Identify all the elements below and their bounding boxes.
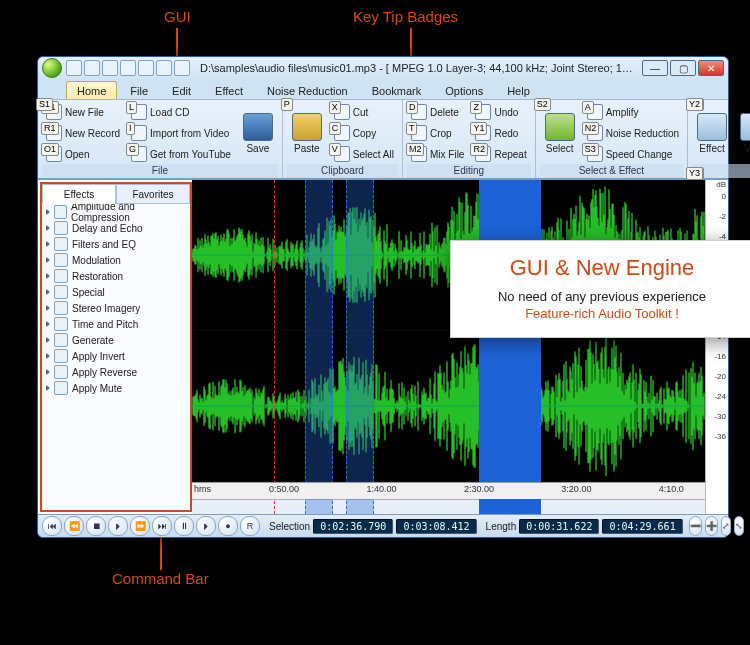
ribbon-tabstrip: HomeFileEditEffectNoise ReductionBookmar… xyxy=(38,79,728,99)
ribbon-tab-bookmark[interactable]: Bookmark xyxy=(361,81,433,99)
close-button[interactable]: ✕ xyxy=(698,60,724,76)
load-cd-button[interactable]: LLoad CD xyxy=(127,102,235,122)
sidebar-tab-favorites[interactable]: Favorites xyxy=(116,184,190,204)
select-button[interactable]: S2 Select xyxy=(540,102,580,164)
effect-item[interactable]: Restoration xyxy=(42,268,190,284)
effect-item[interactable]: Amplitude and Compression xyxy=(42,204,190,220)
copy-button[interactable]: CCopy xyxy=(330,123,398,143)
speed-change-button[interactable]: S3Speed Change xyxy=(583,144,683,164)
delete-button[interactable]: DDelete xyxy=(407,102,468,122)
transport-button[interactable]: ⏵ xyxy=(196,516,216,536)
effect-item[interactable]: Time and Pitch xyxy=(42,316,190,332)
zoom-fit-button[interactable]: ⤢ xyxy=(721,516,731,536)
time-tick: 1:40.00 xyxy=(366,484,396,494)
transport-button[interactable]: ⏸ xyxy=(174,516,194,536)
effect-icon xyxy=(54,205,67,219)
transport-button[interactable]: ⏮ xyxy=(42,516,62,536)
ribbon-tab-effect[interactable]: Effect xyxy=(204,81,254,99)
noise-reduction-button[interactable]: N2Noise Reduction xyxy=(583,123,683,143)
expand-icon xyxy=(46,369,50,375)
effects-list[interactable]: Amplitude and CompressionDelay and EchoF… xyxy=(42,204,190,510)
effect-label: Modulation xyxy=(72,255,121,266)
horizontal-scrollbar[interactable] xyxy=(192,499,705,514)
ribbon-tab-file[interactable]: File xyxy=(119,81,159,99)
effect-icon xyxy=(697,113,727,141)
zoom-in-button[interactable]: ➕ xyxy=(705,516,718,536)
qat-btn[interactable] xyxy=(66,60,82,76)
ribbon-tab-noise-reduction[interactable]: Noise Reduction xyxy=(256,81,359,99)
transport-button[interactable]: ⏩ xyxy=(130,516,150,536)
transport-button[interactable]: ⏭ xyxy=(152,516,172,536)
effect-item[interactable]: Filters and EQ xyxy=(42,236,190,252)
redo-button[interactable]: Y1Redo xyxy=(471,123,530,143)
app-orb-icon[interactable] xyxy=(42,58,62,78)
selection-region-solid[interactable] xyxy=(479,180,541,514)
amplify-button[interactable]: AAmplify xyxy=(583,102,683,122)
selection-region[interactable] xyxy=(305,180,333,514)
qat-btn[interactable] xyxy=(84,60,100,76)
waveform-track-right[interactable] xyxy=(192,331,705,482)
button-label: View xyxy=(744,143,750,154)
effect-item[interactable]: Apply Mute xyxy=(42,380,190,396)
transport-button[interactable]: ⏹ xyxy=(86,516,106,536)
annotation-cmdbar: Command Bar xyxy=(112,570,209,587)
select-all-button[interactable]: VSelect All xyxy=(330,144,398,164)
mix-file-button[interactable]: M2Mix File xyxy=(407,144,468,164)
effect-icon xyxy=(54,301,68,315)
effect-item[interactable]: Modulation xyxy=(42,252,190,268)
effect-item[interactable]: Special xyxy=(42,284,190,300)
new-record-button[interactable]: R1New Record xyxy=(42,123,124,143)
qat-btn[interactable] xyxy=(138,60,154,76)
effect-item[interactable]: Generate xyxy=(42,332,190,348)
effect-label: Generate xyxy=(72,335,114,346)
selection-region[interactable] xyxy=(346,180,374,514)
effect-item[interactable]: Stereo Imagery xyxy=(42,300,190,316)
ribbon-tab-help[interactable]: Help xyxy=(496,81,541,99)
qat-btn[interactable] xyxy=(102,60,118,76)
effect-icon xyxy=(54,333,68,347)
titlebar: D:\samples\audio files\music01.mp3 - [ M… xyxy=(38,57,728,79)
effect-item[interactable]: Apply Invert xyxy=(42,348,190,364)
zoom-out-button[interactable]: ➖ xyxy=(689,516,702,536)
maximize-button[interactable]: ▢ xyxy=(670,60,696,76)
overlay-title: GUI & New Engine xyxy=(467,255,737,281)
playhead-cursor[interactable] xyxy=(274,180,275,514)
qat-btn[interactable] xyxy=(174,60,190,76)
db-tick: -20 xyxy=(714,372,726,381)
get-from-youtube-button[interactable]: GGet from YouTube xyxy=(127,144,235,164)
crop-button[interactable]: TCrop xyxy=(407,123,468,143)
qat-btn[interactable] xyxy=(156,60,172,76)
keytip: G xyxy=(126,143,139,156)
effect-label: Filters and EQ xyxy=(72,239,136,250)
ribbon-tab-home[interactable]: Home xyxy=(66,81,117,99)
transport-button[interactable]: R xyxy=(240,516,260,536)
effect-item[interactable]: Apply Reverse xyxy=(42,364,190,380)
ribbon: N1New FileR1New RecordO1Open LLoad CDIIm… xyxy=(38,99,728,179)
time-tick: 2:30.00 xyxy=(464,484,494,494)
import-from-video-button[interactable]: IImport from Video xyxy=(127,123,235,143)
waveform-area[interactable]: hms0:50.001:40.002:30.003:20.004:10.0 xyxy=(192,180,705,514)
new-file-button[interactable]: N1New File xyxy=(42,102,124,122)
expand-icon xyxy=(46,273,50,279)
selection-from: 0:02:36.790 xyxy=(313,519,393,534)
qat-btn[interactable] xyxy=(120,60,136,76)
open-button[interactable]: O1Open xyxy=(42,144,124,164)
effect-label: Time and Pitch xyxy=(72,319,138,330)
paste-button[interactable]: P Paste xyxy=(287,102,327,164)
ribbon-tab-options[interactable]: Options xyxy=(434,81,494,99)
view-button[interactable]: Y2ViewY3 xyxy=(735,102,750,164)
minimize-button[interactable]: — xyxy=(642,60,668,76)
transport-button[interactable]: ⏪ xyxy=(64,516,84,536)
repeat-button[interactable]: R2Repeat xyxy=(471,144,530,164)
zoom-sel-button[interactable]: ⤡ xyxy=(734,516,744,536)
transport-button[interactable]: ● xyxy=(218,516,238,536)
cut-button[interactable]: XCut xyxy=(330,102,398,122)
db-tick: -30 xyxy=(714,412,726,421)
transport-button[interactable]: ⏵ xyxy=(108,516,128,536)
undo-button[interactable]: ZUndo xyxy=(471,102,530,122)
save-button[interactable]: S1 Save xyxy=(238,102,278,164)
ribbon-tab-edit[interactable]: Edit xyxy=(161,81,202,99)
keytip: R1 xyxy=(41,122,59,135)
effect-button[interactable]: O2EffectN3 xyxy=(692,102,732,164)
sidebar-tab-effects[interactable]: Effects xyxy=(42,184,116,204)
